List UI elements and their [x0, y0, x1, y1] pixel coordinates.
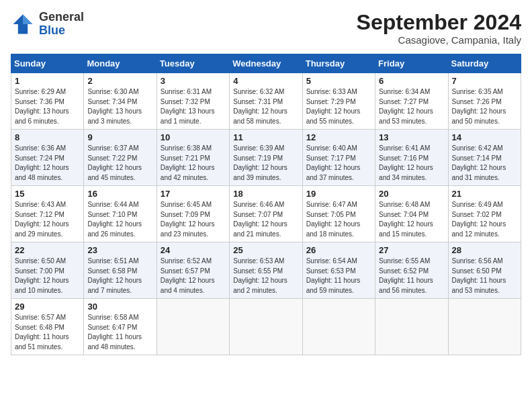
logo-text: General Blue	[39, 11, 84, 38]
title-block: September 2024 Casagiove, Campania, Ital…	[357, 11, 521, 46]
calendar-day-empty	[302, 299, 375, 355]
calendar-day-15: 15Sunrise: 6:43 AMSunset: 7:12 PMDayligh…	[11, 186, 84, 242]
logo: General Blue	[11, 11, 84, 38]
calendar-day-6: 6Sunrise: 6:34 AMSunset: 7:27 PMDaylight…	[375, 73, 448, 130]
logo-icon	[11, 12, 35, 36]
calendar-week-1: 1Sunrise: 6:29 AMSunset: 7:36 PMDaylight…	[11, 73, 521, 130]
calendar-day-12: 12Sunrise: 6:40 AMSunset: 7:17 PMDayligh…	[302, 130, 375, 186]
calendar-day-1: 1Sunrise: 6:29 AMSunset: 7:36 PMDaylight…	[11, 73, 84, 130]
calendar-day-22: 22Sunrise: 6:50 AMSunset: 7:00 PMDayligh…	[11, 242, 84, 299]
calendar-header-row: SundayMondayTuesdayWednesdayThursdayFrid…	[11, 54, 521, 73]
calendar-day-18: 18Sunrise: 6:46 AMSunset: 7:07 PMDayligh…	[230, 186, 302, 242]
calendar-day-empty	[375, 299, 448, 355]
header-sunday: Sunday	[11, 54, 84, 73]
calendar-week-3: 15Sunrise: 6:43 AMSunset: 7:12 PMDayligh…	[11, 186, 521, 242]
calendar-day-empty	[157, 299, 229, 355]
calendar-day-11: 11Sunrise: 6:39 AMSunset: 7:19 PMDayligh…	[230, 130, 302, 186]
header-thursday: Thursday	[302, 54, 375, 73]
calendar-day-27: 27Sunrise: 6:55 AMSunset: 6:52 PMDayligh…	[375, 242, 448, 299]
calendar-day-7: 7Sunrise: 6:35 AMSunset: 7:26 PMDaylight…	[448, 73, 521, 130]
calendar-day-26: 26Sunrise: 6:54 AMSunset: 6:53 PMDayligh…	[302, 242, 375, 299]
calendar-day-empty	[230, 299, 302, 355]
calendar-day-4: 4Sunrise: 6:32 AMSunset: 7:31 PMDaylight…	[230, 73, 302, 130]
calendar-week-2: 8Sunrise: 6:36 AMSunset: 7:24 PMDaylight…	[11, 130, 521, 186]
calendar-day-2: 2Sunrise: 6:30 AMSunset: 7:34 PMDaylight…	[84, 73, 157, 130]
calendar-day-23: 23Sunrise: 6:51 AMSunset: 6:58 PMDayligh…	[84, 242, 157, 299]
calendar-day-21: 21Sunrise: 6:49 AMSunset: 7:02 PMDayligh…	[448, 186, 521, 242]
calendar-day-17: 17Sunrise: 6:45 AMSunset: 7:09 PMDayligh…	[157, 186, 229, 242]
location: Casagiove, Campania, Italy	[357, 34, 521, 46]
month-title: September 2024	[357, 11, 521, 34]
page-header: General Blue September 2024 Casagiove, C…	[11, 11, 521, 46]
calendar-table: SundayMondayTuesdayWednesdayThursdayFrid…	[11, 54, 521, 355]
svg-marker-1	[23, 14, 32, 24]
calendar-day-24: 24Sunrise: 6:52 AMSunset: 6:57 PMDayligh…	[157, 242, 229, 299]
calendar-day-29: 29Sunrise: 6:57 AMSunset: 6:48 PMDayligh…	[11, 299, 84, 355]
calendar-day-9: 9Sunrise: 6:37 AMSunset: 7:22 PMDaylight…	[84, 130, 157, 186]
calendar-week-4: 22Sunrise: 6:50 AMSunset: 7:00 PMDayligh…	[11, 242, 521, 299]
calendar-day-25: 25Sunrise: 6:53 AMSunset: 6:55 PMDayligh…	[230, 242, 302, 299]
header-tuesday: Tuesday	[157, 54, 229, 73]
header-saturday: Saturday	[448, 54, 521, 73]
calendar-day-5: 5Sunrise: 6:33 AMSunset: 7:29 PMDaylight…	[302, 73, 375, 130]
calendar-day-10: 10Sunrise: 6:38 AMSunset: 7:21 PMDayligh…	[157, 130, 229, 186]
header-friday: Friday	[375, 54, 448, 73]
calendar-day-empty	[448, 299, 521, 355]
calendar-day-8: 8Sunrise: 6:36 AMSunset: 7:24 PMDaylight…	[11, 130, 84, 186]
calendar-day-19: 19Sunrise: 6:47 AMSunset: 7:05 PMDayligh…	[302, 186, 375, 242]
header-monday: Monday	[84, 54, 157, 73]
calendar-day-14: 14Sunrise: 6:42 AMSunset: 7:14 PMDayligh…	[448, 130, 521, 186]
calendar-day-16: 16Sunrise: 6:44 AMSunset: 7:10 PMDayligh…	[84, 186, 157, 242]
calendar-day-30: 30Sunrise: 6:58 AMSunset: 6:47 PMDayligh…	[84, 299, 157, 355]
calendar-day-3: 3Sunrise: 6:31 AMSunset: 7:32 PMDaylight…	[157, 73, 229, 130]
calendar-day-28: 28Sunrise: 6:56 AMSunset: 6:50 PMDayligh…	[448, 242, 521, 299]
calendar-week-5: 29Sunrise: 6:57 AMSunset: 6:48 PMDayligh…	[11, 299, 521, 355]
calendar-day-20: 20Sunrise: 6:48 AMSunset: 7:04 PMDayligh…	[375, 186, 448, 242]
calendar-day-13: 13Sunrise: 6:41 AMSunset: 7:16 PMDayligh…	[375, 130, 448, 186]
header-wednesday: Wednesday	[230, 54, 302, 73]
